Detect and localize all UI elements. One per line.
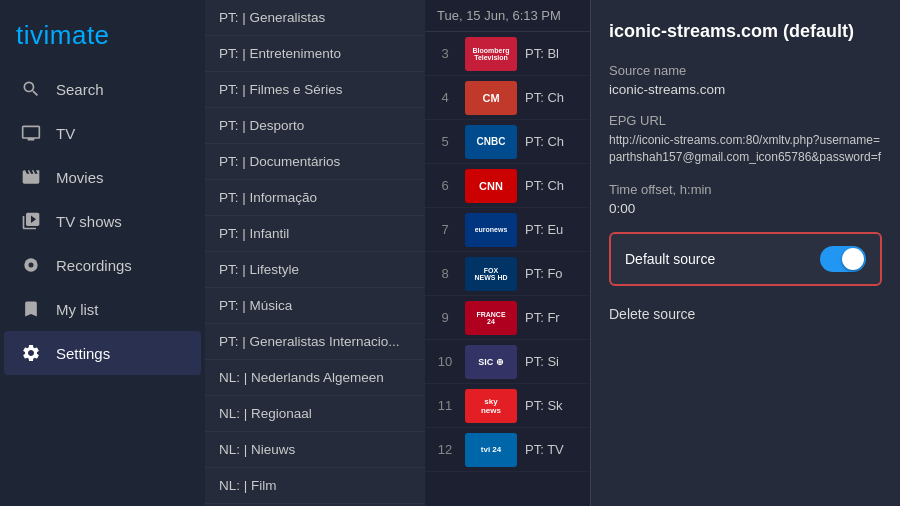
channel-item-7[interactable]: PT: | Lifestyle bbox=[205, 252, 425, 288]
sidebar-item-search-label: Search bbox=[56, 81, 104, 98]
source-name-value: iconic-streams.com bbox=[609, 82, 882, 97]
main-area: Tue, 15 Jun, 6:13 PM 3 BloombergTelevisi… bbox=[425, 0, 900, 506]
channel-item-13[interactable]: NL: | Film bbox=[205, 468, 425, 504]
default-source-label: Default source bbox=[625, 251, 715, 267]
epg-num: 10 bbox=[433, 354, 457, 369]
channel-logo-cm: CM bbox=[465, 81, 517, 115]
epg-info: PT: Eu bbox=[525, 222, 563, 237]
epg-url-label: EPG URL bbox=[609, 113, 882, 128]
channel-logo-cnbc: CNBC bbox=[465, 125, 517, 159]
channel-logo-sic: SIC ⊕ bbox=[465, 345, 517, 379]
logo-area: tivimate bbox=[0, 8, 205, 67]
epg-num: 5 bbox=[433, 134, 457, 149]
channel-list: PT: | Generalistas PT: | Entretenimento … bbox=[205, 0, 425, 506]
time-offset-field: Time offset, h:min 0:00 bbox=[609, 182, 882, 216]
sidebar-item-search[interactable]: Search bbox=[4, 67, 201, 111]
epg-info: PT: Sk bbox=[525, 398, 563, 413]
movies-icon bbox=[20, 166, 42, 188]
settings-panel: iconic-streams.com (default) Source name… bbox=[590, 0, 900, 506]
channel-logo-foxnews: FOXNEWS HD bbox=[465, 257, 517, 291]
source-name-field: Source name iconic-streams.com bbox=[609, 63, 882, 97]
sidebar-item-settings-label: Settings bbox=[56, 345, 110, 362]
epg-num: 8 bbox=[433, 266, 457, 281]
sidebar-item-movies-label: Movies bbox=[56, 169, 104, 186]
settings-panel-title: iconic-streams.com (default) bbox=[609, 20, 882, 43]
channel-item-10[interactable]: NL: | Nederlands Algemeen bbox=[205, 360, 425, 396]
epg-info: PT: Ch bbox=[525, 178, 564, 193]
epg-num: 3 bbox=[433, 46, 457, 61]
epg-url-field: EPG URL http://iconic-streams.com:80/xml… bbox=[609, 113, 882, 166]
channel-item-1[interactable]: PT: | Entretenimento bbox=[205, 36, 425, 72]
sidebar-item-mylist[interactable]: My list bbox=[4, 287, 201, 331]
epg-info: PT: Fr bbox=[525, 310, 560, 325]
epg-info: PT: Ch bbox=[525, 90, 564, 105]
app-logo: tivimate bbox=[16, 20, 110, 50]
epg-info: PT: Si bbox=[525, 354, 559, 369]
channel-item-0[interactable]: PT: | Generalistas bbox=[205, 0, 425, 36]
sidebar-item-settings[interactable]: Settings bbox=[4, 331, 201, 375]
search-icon bbox=[20, 78, 42, 100]
tv-icon bbox=[20, 122, 42, 144]
toggle-knob bbox=[842, 248, 864, 270]
settings-icon bbox=[20, 342, 42, 364]
delete-source-button[interactable]: Delete source bbox=[609, 302, 882, 326]
default-source-row[interactable]: Default source bbox=[609, 232, 882, 286]
channel-item-8[interactable]: PT: | Música bbox=[205, 288, 425, 324]
source-name-label: Source name bbox=[609, 63, 882, 78]
epg-num: 4 bbox=[433, 90, 457, 105]
nav-menu: Search TV Movies TV bbox=[0, 67, 205, 375]
sidebar-item-tv-label: TV bbox=[56, 125, 75, 142]
channel-logo-france24: FRANCE24 bbox=[465, 301, 517, 335]
sidebar-item-tvshows[interactable]: TV shows bbox=[4, 199, 201, 243]
epg-num: 11 bbox=[433, 398, 457, 413]
channel-item-2[interactable]: PT: | Filmes e Séries bbox=[205, 72, 425, 108]
channel-item-9[interactable]: PT: | Generalistas Internacio... bbox=[205, 324, 425, 360]
channel-item-4[interactable]: PT: | Documentários bbox=[205, 144, 425, 180]
sidebar-item-recordings[interactable]: Recordings bbox=[4, 243, 201, 287]
channel-item-3[interactable]: PT: | Desporto bbox=[205, 108, 425, 144]
epg-num: 9 bbox=[433, 310, 457, 325]
default-source-toggle[interactable] bbox=[820, 246, 866, 272]
channel-logo-tvi24: tvi 24 bbox=[465, 433, 517, 467]
sidebar: tivimate Search TV bbox=[0, 0, 205, 506]
channel-item-6[interactable]: PT: | Infantil bbox=[205, 216, 425, 252]
epg-info: PT: Fo bbox=[525, 266, 563, 281]
channel-item-5[interactable]: PT: | Informação bbox=[205, 180, 425, 216]
mylist-icon bbox=[20, 298, 42, 320]
channel-logo-skynews: skynews bbox=[465, 389, 517, 423]
recordings-icon bbox=[20, 254, 42, 276]
tvshows-icon bbox=[20, 210, 42, 232]
channel-logo-bloomberg: BloombergTelevision bbox=[465, 37, 517, 71]
sidebar-item-mylist-label: My list bbox=[56, 301, 99, 318]
svg-point-1 bbox=[29, 263, 34, 268]
channel-item-11[interactable]: NL: | Regionaal bbox=[205, 396, 425, 432]
sidebar-item-tvshows-label: TV shows bbox=[56, 213, 122, 230]
channel-logo-euronews: euronews bbox=[465, 213, 517, 247]
epg-num: 12 bbox=[433, 442, 457, 457]
epg-num: 6 bbox=[433, 178, 457, 193]
epg-info: PT: Ch bbox=[525, 134, 564, 149]
channel-logo-cnn: CNN bbox=[465, 169, 517, 203]
sidebar-item-recordings-label: Recordings bbox=[56, 257, 132, 274]
epg-info: PT: Bl bbox=[525, 46, 559, 61]
epg-num: 7 bbox=[433, 222, 457, 237]
epg-url-value: http://iconic-streams.com:80/xmltv.php?u… bbox=[609, 132, 882, 166]
sidebar-item-tv[interactable]: TV bbox=[4, 111, 201, 155]
epg-info: PT: TV bbox=[525, 442, 564, 457]
time-offset-label: Time offset, h:min bbox=[609, 182, 882, 197]
sidebar-item-movies[interactable]: Movies bbox=[4, 155, 201, 199]
time-offset-value: 0:00 bbox=[609, 201, 882, 216]
channel-item-12[interactable]: NL: | Nieuws bbox=[205, 432, 425, 468]
channel-items-container: PT: | Generalistas PT: | Entretenimento … bbox=[205, 0, 425, 506]
